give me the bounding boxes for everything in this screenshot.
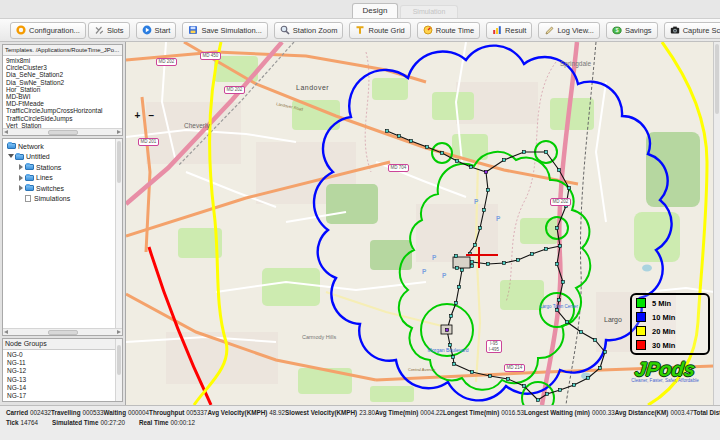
folder-icon bbox=[25, 164, 34, 170]
stat-avg-distance: Avg Distance(KM)0003.47 bbox=[615, 409, 693, 416]
start-play-icon bbox=[142, 25, 152, 35]
stat-longest-waiting: Longest Waiting (min)0000.33 bbox=[524, 409, 615, 416]
result-chart-icon bbox=[492, 25, 502, 35]
stat-total-distance: Total Distance(KM)008437 bbox=[693, 409, 720, 416]
scroll-right-icon[interactable] bbox=[117, 330, 121, 334]
toolbar: Configuration... Slots Start Save Simula… bbox=[0, 18, 720, 42]
node-groups-header: Node Groups bbox=[3, 339, 122, 350]
node-groups-vscrollbar[interactable] bbox=[115, 339, 122, 401]
city-label-cheverly: Cheverly bbox=[184, 122, 210, 129]
stat-avg-time: Avg Time(min)0004.22 bbox=[375, 409, 443, 416]
scroll-left-icon[interactable] bbox=[4, 130, 8, 134]
folder-icon bbox=[7, 143, 16, 149]
capture-screen-button[interactable]: Capture Screen bbox=[664, 22, 720, 39]
template-item[interactable]: Dia_SwNe_Station2 bbox=[6, 79, 122, 86]
template-item[interactable]: CircleCluster3 bbox=[6, 64, 122, 71]
route-time-button[interactable]: Route Time bbox=[417, 22, 480, 39]
road-shield: MD 704 bbox=[388, 164, 409, 172]
legend-row: 10 Min bbox=[636, 310, 704, 324]
road-shield: MD 214 bbox=[504, 364, 525, 372]
tree-row-simulations[interactable]: Simulations bbox=[3, 194, 122, 205]
scroll-left-icon[interactable] bbox=[4, 330, 8, 334]
map-zoom-controls: + − bbox=[132, 110, 157, 121]
status-row-2: Tick14764 Simulated Time00:27:20 Real Ti… bbox=[6, 419, 714, 426]
route-time-gauge-icon bbox=[423, 25, 433, 35]
configuration-button[interactable]: Configuration... bbox=[10, 22, 86, 39]
road-shield-interstate: I-95 I-495 bbox=[486, 340, 502, 353]
parking-icon: P bbox=[442, 272, 446, 279]
node-group-item[interactable]: NG-12 bbox=[7, 367, 122, 375]
node-group-item[interactable]: NG-0 bbox=[7, 351, 122, 359]
legend-swatch-10min bbox=[636, 312, 646, 322]
tree-row-network[interactable]: Network bbox=[3, 141, 122, 152]
legend-row: 30 Min bbox=[636, 338, 704, 352]
station-zoom-button[interactable]: Station Zoom bbox=[274, 22, 344, 39]
magnifier-icon bbox=[280, 25, 290, 35]
configuration-gear-icon bbox=[16, 25, 26, 35]
stat-waiting: Waiting000004 bbox=[104, 409, 150, 416]
stat-slowest-velocity: Slowest Velocity(KMPH)23.80 bbox=[285, 409, 375, 416]
legend: 5 Min 10 Min 20 Min 30 Min bbox=[630, 293, 710, 355]
grid-icon bbox=[355, 25, 365, 35]
template-item[interactable]: Dia_SeNe_Station2 bbox=[6, 71, 122, 78]
tree-row-stations[interactable]: Stations bbox=[3, 162, 122, 173]
template-item[interactable]: 9mix8mi bbox=[6, 57, 122, 64]
node-group-item[interactable]: NG-14 bbox=[7, 384, 122, 392]
tree-hscrollbar[interactable] bbox=[3, 328, 122, 335]
stat-real-time: Real Time00:00:12 bbox=[139, 419, 195, 426]
template-item[interactable]: MD-FtMeade bbox=[6, 100, 122, 107]
legend-swatch-20min bbox=[636, 326, 646, 336]
save-simulation-button[interactable]: Save Simulation... bbox=[182, 22, 267, 39]
legend-swatch-5min bbox=[636, 298, 646, 308]
template-item[interactable]: Hor_Station bbox=[6, 86, 122, 93]
stat-avg-velocity: Avg Velocity(KMPH)48.92 bbox=[207, 409, 285, 416]
templates-panel: Templates. /Applications/RouteTime_JPo..… bbox=[2, 44, 123, 136]
stat-tick: Tick14764 bbox=[6, 419, 38, 426]
folder-icon bbox=[25, 175, 34, 181]
road-shield: MD 202 bbox=[224, 86, 245, 94]
template-item[interactable]: MD-BWI bbox=[6, 93, 122, 100]
pond bbox=[642, 265, 652, 272]
templates-list: 9mix8mi CircleCluster3 Dia_SeNe_Station2… bbox=[3, 56, 122, 129]
status-row-1: Carried002432 Travelling000533 Waiting00… bbox=[6, 409, 714, 416]
template-item[interactable]: TrafficCircleSideJumps bbox=[6, 115, 122, 122]
city-label-springdale: Springdale bbox=[560, 60, 591, 67]
expand-open-icon[interactable] bbox=[8, 154, 14, 161]
result-button[interactable]: Result bbox=[486, 22, 532, 39]
station-label-morgan-boulevard: Morgan Boulevard bbox=[422, 348, 474, 354]
node-group-item[interactable]: NG-11 bbox=[7, 359, 122, 367]
node-group-item[interactable]: NG-13 bbox=[7, 376, 122, 384]
tree-row-untitled[interactable]: Untitled bbox=[3, 152, 122, 163]
map-canvas[interactable]: Landover Springdale Cheverly Carmody Hil… bbox=[126, 42, 720, 405]
node-group-item[interactable]: NG-18 bbox=[7, 400, 122, 402]
savings-coin-icon: $ bbox=[612, 25, 622, 35]
tree-row-switches[interactable]: Switches bbox=[3, 183, 122, 194]
zoom-in-button[interactable]: + bbox=[132, 110, 143, 121]
tree-vscrollbar[interactable] bbox=[115, 139, 122, 335]
stat-simulated-time: Simulated Time00:27:20 bbox=[52, 419, 125, 426]
savings-button[interactable]: $ Savings bbox=[606, 22, 658, 39]
stat-longest-time: Longest Time(min)0016.53 bbox=[443, 409, 524, 416]
templates-header: Templates. /Applications/RouteTime_JPo..… bbox=[3, 45, 122, 56]
tree-row-lines[interactable]: Lines bbox=[3, 173, 122, 184]
slots-button[interactable]: Slots bbox=[88, 22, 130, 39]
log-pencil-icon bbox=[544, 25, 554, 35]
templates-hscrollbar[interactable] bbox=[3, 128, 122, 135]
sidebar: Templates. /Applications/RouteTime_JPo..… bbox=[0, 42, 126, 405]
zoom-out-button[interactable]: − bbox=[146, 110, 157, 121]
node-groups-list: NG-0 NG-11 NG-12 NG-13 NG-14 NG-17 NG-18… bbox=[3, 350, 122, 402]
jpods-logo-text: JPods bbox=[634, 358, 696, 380]
map-vscrollbar[interactable] bbox=[713, 42, 720, 405]
route-grid-button[interactable]: Route Grid bbox=[349, 22, 410, 39]
node-group-item[interactable]: NG-17 bbox=[7, 392, 122, 400]
tab-strip: Design Simulation bbox=[0, 0, 720, 18]
node-groups-panel: Node Groups NG-0 NG-11 NG-12 NG-13 NG-14… bbox=[2, 338, 123, 402]
scroll-right-icon[interactable] bbox=[117, 130, 121, 134]
parking-icon: P bbox=[432, 254, 436, 261]
parking-icon: P bbox=[474, 198, 478, 205]
tab-design[interactable]: Design bbox=[352, 3, 398, 18]
start-button[interactable]: Start bbox=[136, 22, 177, 39]
template-item[interactable]: TrafficCircleJumpCrossHorizontal bbox=[6, 107, 122, 114]
city-label-largo: Largo bbox=[604, 316, 622, 323]
log-view-button[interactable]: Log View... bbox=[538, 22, 600, 39]
